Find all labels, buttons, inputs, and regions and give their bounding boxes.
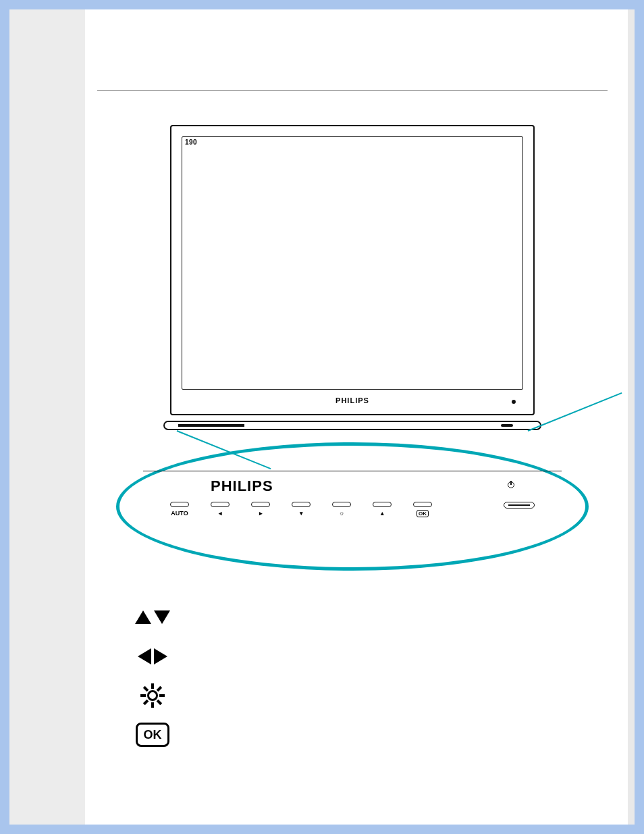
bezel-power-led bbox=[512, 400, 516, 404]
legend-row-ok: OK bbox=[131, 715, 608, 754]
chin-btn bbox=[188, 424, 197, 427]
left-button[interactable]: ◂ bbox=[204, 502, 236, 517]
page-content: 190 PHILIPS bbox=[97, 23, 608, 811]
right-scroll-hint bbox=[628, 9, 635, 825]
chin-btn bbox=[225, 424, 235, 427]
ok-button[interactable]: OK bbox=[406, 502, 439, 517]
chin-btn bbox=[197, 424, 207, 427]
zoom-projection-line bbox=[528, 392, 622, 432]
zoom-control-panel: PHILIPS AUTO ◂ ▸ bbox=[143, 456, 562, 537]
brightness-icon: ☼ bbox=[339, 510, 344, 517]
legend-row-leftright bbox=[131, 637, 608, 676]
model-badge: 190 bbox=[185, 138, 197, 146]
up-button[interactable]: ▴ bbox=[366, 502, 398, 517]
down-button[interactable]: ▾ bbox=[285, 502, 317, 517]
power-icon bbox=[508, 481, 514, 488]
ok-button-label: OK bbox=[417, 510, 429, 517]
section-divider bbox=[97, 90, 608, 91]
right-button[interactable]: ▸ bbox=[244, 502, 277, 517]
monitor-figure: 190 PHILIPS bbox=[136, 118, 568, 577]
power-button[interactable] bbox=[504, 502, 535, 509]
ok-icon: OK bbox=[131, 723, 174, 747]
brightness-icon bbox=[131, 684, 174, 707]
up-down-icon bbox=[131, 610, 174, 624]
chin-power-btn bbox=[501, 424, 513, 427]
right-arrow-icon: ▸ bbox=[259, 510, 263, 517]
legend-row-updown bbox=[131, 598, 608, 637]
chin-btn bbox=[216, 424, 225, 427]
zoom-button-row: AUTO ◂ ▸ ▾ bbox=[163, 502, 541, 517]
bezel-brand-text: PHILIPS bbox=[171, 396, 533, 405]
left-arrow-icon: ◂ bbox=[219, 510, 222, 517]
zoom-panel-edge bbox=[143, 471, 562, 471]
legend-row-brightness bbox=[131, 676, 608, 715]
chin-btn bbox=[207, 424, 216, 427]
up-arrow-icon: ▴ bbox=[381, 510, 384, 517]
page-frame: 190 PHILIPS bbox=[0, 0, 644, 834]
monitor-outline: 190 PHILIPS bbox=[170, 125, 535, 415]
chin-btn bbox=[235, 424, 244, 427]
document-page: 190 PHILIPS bbox=[9, 9, 635, 825]
left-margin-strip bbox=[9, 9, 85, 825]
auto-button-label: AUTO bbox=[171, 510, 188, 517]
zoom-brand-text: PHILIPS bbox=[211, 477, 273, 495]
chin-btn bbox=[178, 424, 188, 427]
brightness-button[interactable]: ☼ bbox=[325, 502, 358, 517]
monitor-screen bbox=[182, 136, 523, 390]
down-arrow-icon: ▾ bbox=[300, 510, 303, 517]
monitor-chin-bar bbox=[163, 421, 541, 430]
left-right-icon bbox=[131, 648, 174, 664]
auto-button[interactable]: AUTO bbox=[163, 502, 196, 517]
control-legend: OK bbox=[131, 598, 608, 754]
